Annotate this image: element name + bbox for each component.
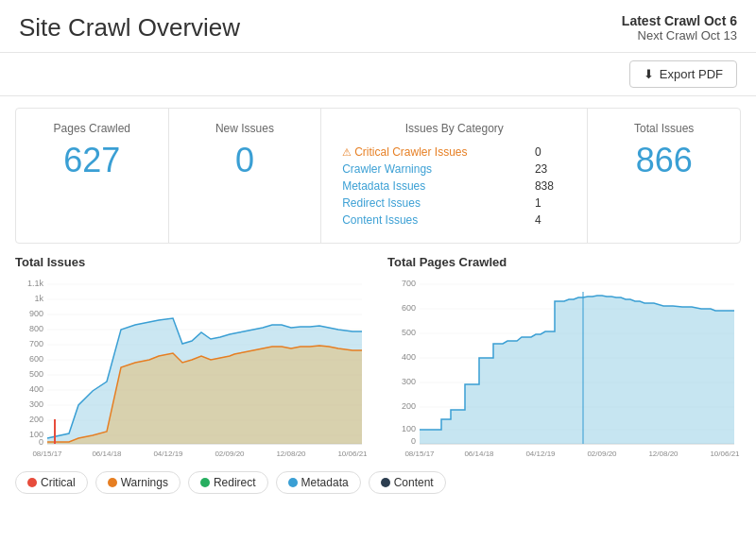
- toolbar: ⬇ Export PDF: [0, 53, 756, 96]
- crawl-info: Latest Crawl Oct 6 Next Crawl Oct 13: [622, 13, 737, 42]
- svg-text:700: 700: [29, 339, 43, 348]
- issue-row: ⚠Critical Crawler Issues0: [342, 144, 566, 160]
- issues-by-category-cell: Issues By Category ⚠Critical Crawler Iss…: [321, 109, 588, 243]
- warning-icon: ⚠: [342, 146, 352, 158]
- total-pages-svg: 700 600 500 400 300 200 100 0: [387, 273, 741, 462]
- svg-text:800: 800: [29, 324, 43, 333]
- svg-text:200: 200: [402, 401, 416, 411]
- next-crawl-label: Next Crawl Oct 13: [622, 28, 737, 42]
- issue-value: 838: [525, 178, 567, 194]
- total-issues-cell: Total Issues 866: [588, 109, 740, 243]
- header: Site Crawl Overview Latest Crawl Oct 6 N…: [0, 0, 756, 53]
- legend-color-dot: [27, 478, 37, 487]
- new-issues-value: 0: [188, 141, 302, 180]
- svg-text:400: 400: [29, 384, 43, 394]
- issue-label[interactable]: Redirect Issues: [342, 195, 524, 211]
- stats-row: Pages Crawled 627 New Issues 0 Issues By…: [15, 108, 741, 244]
- legend-label: Warnings: [121, 476, 168, 489]
- legend-label: Metadata: [301, 476, 349, 489]
- page-wrapper: Site Crawl Overview Latest Crawl Oct 6 N…: [0, 0, 756, 543]
- export-pdf-button[interactable]: ⬇ Export PDF: [629, 60, 737, 88]
- issue-row: Content Issues4: [342, 212, 566, 228]
- pages-crawled-cell: Pages Crawled 627: [16, 109, 169, 243]
- issue-label[interactable]: Crawler Warnings: [342, 161, 524, 177]
- svg-text:1.1k: 1.1k: [27, 279, 44, 288]
- legend-color-dot: [200, 478, 210, 487]
- svg-text:06/14/18: 06/14/18: [464, 450, 494, 458]
- issues-by-category-label: Issues By Category: [340, 122, 568, 135]
- issue-label[interactable]: Metadata Issues: [342, 178, 524, 194]
- svg-text:08/15/17: 08/15/17: [32, 450, 62, 458]
- total-pages-chart-title: Total Pages Crawled: [387, 255, 741, 269]
- svg-text:08/15/17: 08/15/17: [404, 450, 435, 458]
- svg-text:600: 600: [29, 354, 43, 364]
- total-issues-chart-area: 1.1k 1k 900 800 700 600 500 400 300 200 …: [15, 273, 369, 462]
- total-pages-chart-area: 700 600 500 400 300 200 100 0: [387, 273, 741, 462]
- total-issues-svg: 1.1k 1k 900 800 700 600 500 400 300 200 …: [15, 273, 369, 462]
- legend-item[interactable]: Metadata: [276, 471, 361, 494]
- svg-text:12/08/20: 12/08/20: [648, 450, 679, 458]
- issue-label[interactable]: Content Issues: [342, 212, 524, 228]
- legend-item[interactable]: Warnings: [95, 471, 180, 494]
- svg-text:300: 300: [402, 377, 416, 386]
- svg-text:12/08/20: 12/08/20: [276, 450, 306, 458]
- total-issues-chart-title: Total Issues: [15, 255, 369, 269]
- svg-text:0: 0: [39, 437, 43, 447]
- legend-label: Redirect: [214, 476, 256, 489]
- export-btn-label: Export PDF: [660, 67, 723, 81]
- svg-text:04/12/19: 04/12/19: [153, 450, 183, 458]
- svg-text:0: 0: [411, 436, 416, 446]
- svg-text:500: 500: [402, 328, 416, 337]
- svg-marker-49: [420, 296, 734, 444]
- total-pages-chart: Total Pages Crawled 700 600 500 400 300 …: [387, 255, 741, 462]
- svg-text:10/06/21: 10/06/21: [337, 450, 368, 458]
- issue-row: Redirect Issues1: [342, 195, 566, 211]
- svg-text:200: 200: [29, 415, 43, 424]
- svg-text:02/09/20: 02/09/20: [587, 450, 617, 458]
- svg-text:500: 500: [29, 369, 43, 379]
- charts-section: Total Issues 1.1k 1k 900 800 700 600 500…: [0, 255, 756, 462]
- new-issues-label: New Issues: [188, 122, 302, 135]
- total-issues-label: Total Issues: [607, 122, 721, 135]
- latest-crawl-label: Latest Crawl Oct 6: [622, 13, 737, 28]
- legend-item[interactable]: Content: [369, 471, 446, 494]
- legend-item[interactable]: Critical: [15, 471, 88, 494]
- pages-crawled-value: 627: [35, 141, 149, 180]
- total-issues-value: 866: [607, 141, 721, 180]
- svg-text:100: 100: [402, 424, 416, 433]
- svg-text:300: 300: [29, 399, 43, 409]
- issues-table: ⚠Critical Crawler Issues0Crawler Warning…: [340, 143, 568, 229]
- legend-label: Content: [394, 476, 434, 489]
- chart-legend: CriticalWarningsRedirectMetadataContent: [0, 462, 756, 503]
- svg-text:600: 600: [402, 303, 416, 313]
- legend-color-dot: [108, 478, 117, 487]
- legend-item[interactable]: Redirect: [188, 471, 268, 494]
- svg-text:900: 900: [29, 309, 43, 318]
- issue-row: Crawler Warnings23: [342, 161, 566, 177]
- issue-label[interactable]: ⚠Critical Crawler Issues: [342, 144, 524, 160]
- issue-value: 23: [525, 161, 567, 177]
- pages-crawled-label: Pages Crawled: [35, 122, 149, 135]
- legend-color-dot: [381, 478, 390, 487]
- issue-value: 1: [525, 195, 567, 211]
- issue-row: Metadata Issues838: [342, 178, 566, 194]
- issue-value: 0: [525, 144, 567, 160]
- legend-label: Critical: [41, 476, 76, 489]
- svg-text:04/12/19: 04/12/19: [525, 450, 556, 458]
- page-title: Site Crawl Overview: [19, 13, 240, 42]
- download-icon: ⬇: [644, 67, 654, 81]
- svg-text:400: 400: [402, 352, 416, 362]
- issue-value: 4: [525, 212, 567, 228]
- svg-text:10/06/21: 10/06/21: [710, 450, 740, 458]
- new-issues-cell: New Issues 0: [169, 109, 322, 243]
- legend-color-dot: [288, 478, 298, 487]
- total-issues-chart: Total Issues 1.1k 1k 900 800 700 600 500…: [15, 255, 369, 462]
- svg-text:06/14/18: 06/14/18: [92, 450, 122, 458]
- svg-text:1k: 1k: [34, 294, 43, 303]
- svg-text:02/09/20: 02/09/20: [215, 450, 245, 458]
- svg-text:700: 700: [402, 279, 416, 288]
